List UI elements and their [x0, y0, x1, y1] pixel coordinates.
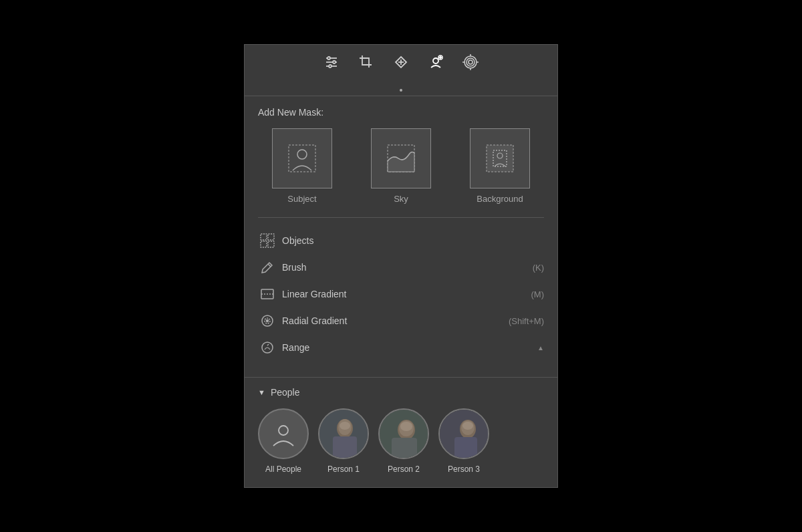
- linear-gradient-menu-item[interactable]: Linear Gradient (M): [258, 281, 544, 307]
- svg-point-4: [333, 61, 336, 63]
- person-2-photo: [380, 410, 428, 458]
- svg-line-36: [267, 344, 269, 346]
- svg-rect-46: [392, 438, 417, 459]
- sky-mask-card[interactable]: Sky: [357, 128, 445, 204]
- svg-rect-27: [261, 241, 267, 247]
- range-menu-item[interactable]: Range ▲: [258, 334, 544, 361]
- svg-point-8: [433, 58, 438, 63]
- svg-point-37: [279, 426, 288, 435]
- brush-label: Brush: [282, 262, 533, 273]
- svg-rect-28: [268, 241, 274, 247]
- range-label: Range: [282, 342, 536, 353]
- person-2-label: Person 2: [388, 464, 420, 474]
- objects-icon: [258, 233, 277, 248]
- toolbar: [245, 45, 557, 96]
- subject-mask-box: [272, 128, 332, 188]
- svg-rect-25: [261, 234, 267, 240]
- background-mask-box: [470, 128, 530, 188]
- brush-menu-item[interactable]: Brush (K): [258, 254, 544, 281]
- brush-icon: [258, 260, 277, 275]
- main-content: Add New Mask: Subject: [245, 96, 557, 377]
- brush-shortcut: (K): [533, 263, 544, 273]
- person-3-photo: [440, 410, 488, 458]
- linear-gradient-label: Linear Gradient: [282, 289, 531, 299]
- subject-mask-card[interactable]: Subject: [258, 128, 346, 204]
- ai-effects-icon[interactable]: [462, 54, 479, 70]
- svg-rect-26: [268, 234, 274, 240]
- svg-point-47: [400, 422, 412, 431]
- radial-gradient-label: Radial Gradient: [282, 315, 509, 326]
- sliders-icon[interactable]: [323, 54, 340, 70]
- svg-point-5: [329, 65, 331, 68]
- objects-menu-item[interactable]: Objects: [258, 227, 544, 254]
- sky-label: Sky: [394, 194, 408, 204]
- svg-rect-51: [454, 437, 477, 459]
- toolbar-icons: [323, 54, 479, 70]
- people-grid: All People Person 1: [258, 408, 544, 474]
- objects-label: Objects: [282, 235, 544, 246]
- person-2-circle: [378, 408, 429, 459]
- background-label: Background: [477, 194, 523, 204]
- svg-rect-19: [289, 145, 315, 172]
- person-3-item[interactable]: Person 3: [438, 408, 489, 474]
- person-1-label: Person 1: [327, 464, 360, 474]
- healing-icon[interactable]: [393, 54, 409, 70]
- svg-point-3: [327, 57, 330, 59]
- people-triangle-icon: ▼: [258, 388, 265, 396]
- crop-icon[interactable]: [358, 54, 374, 70]
- radial-gradient-shortcut: (Shift+M): [509, 316, 544, 326]
- masking-icon[interactable]: [428, 54, 444, 70]
- person-3-label: Person 3: [448, 464, 480, 474]
- mask-panel: Add New Mask: Subject: [244, 44, 558, 488]
- svg-point-13: [466, 58, 475, 66]
- add-mask-title: Add New Mask:: [258, 107, 544, 118]
- svg-point-20: [297, 150, 307, 159]
- all-people-item[interactable]: All People: [258, 408, 309, 474]
- svg-line-29: [268, 264, 271, 267]
- person-1-photo: [319, 410, 368, 458]
- svg-rect-41: [333, 436, 357, 459]
- range-icon: [258, 340, 277, 355]
- sky-mask-box: [371, 128, 431, 188]
- linear-gradient-icon: [258, 287, 277, 301]
- toolbar-indicator: [400, 89, 402, 92]
- all-people-circle: [258, 408, 309, 459]
- radial-gradient-menu-item[interactable]: Radial Gradient (Shift+M): [258, 307, 544, 334]
- mask-cards: Subject Sky: [258, 128, 544, 204]
- background-mask-card[interactable]: Background: [456, 128, 544, 204]
- person-2-item[interactable]: Person 2: [378, 408, 429, 474]
- people-header: ▼ People: [258, 387, 544, 398]
- person-3-circle: [438, 408, 489, 459]
- svg-point-14: [469, 60, 473, 64]
- range-arrow: ▲: [537, 344, 544, 352]
- divider-1: [258, 217, 544, 218]
- people-title: People: [271, 387, 300, 398]
- svg-point-42: [340, 422, 350, 430]
- linear-gradient-shortcut: (M): [531, 289, 545, 299]
- person-1-item[interactable]: Person 1: [318, 408, 369, 474]
- menu-section: Objects Brush (K): [258, 227, 544, 366]
- person-1-circle: [318, 408, 369, 459]
- radial-gradient-icon: [258, 313, 277, 328]
- all-people-label: All People: [265, 464, 301, 474]
- svg-point-34: [267, 320, 269, 322]
- subject-label: Subject: [287, 194, 316, 204]
- people-section: ▼ People All People: [245, 377, 557, 487]
- svg-point-52: [462, 422, 473, 430]
